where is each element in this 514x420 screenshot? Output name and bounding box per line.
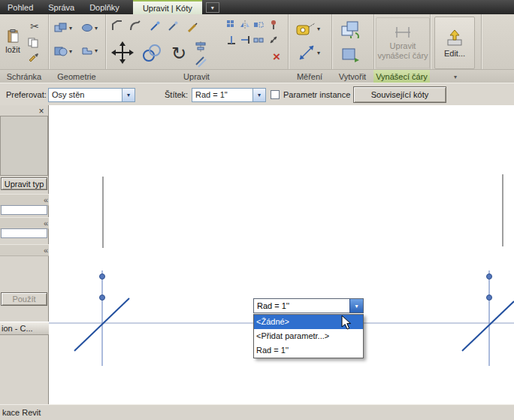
- scale-icon[interactable]: [268, 34, 280, 46]
- edit-label: Edit...: [444, 49, 465, 58]
- tag-label: Štítek:: [165, 90, 188, 99]
- dimension-label-value: Rad = 1'': [254, 299, 349, 313]
- dropdown-caret-icon: ▾: [317, 50, 320, 56]
- status-text: kace Revit: [2, 408, 41, 417]
- dropdown-caret-icon: ▾: [95, 47, 98, 54]
- cut-geometry-button[interactable]: ▾: [51, 18, 75, 38]
- revit-window: Pohled Správa Doplňky Upravit | Kóty ▾ l…: [0, 0, 514, 420]
- property-group-header[interactable]: «: [0, 244, 51, 256]
- tab-sprava[interactable]: Správa: [41, 0, 82, 14]
- apply-button: Použít: [1, 292, 47, 306]
- dropdown-caret-icon[interactable]: ▾: [122, 89, 135, 101]
- cope-geometry-button[interactable]: ▾: [78, 43, 101, 58]
- tab-upravit-koty[interactable]: Upravit | Kóty: [133, 0, 202, 14]
- witness-label-line2: vynášecí čáry: [377, 51, 428, 60]
- witness-label-line1: Upravit: [390, 41, 416, 50]
- tag-dropdown-value: Rad = 1": [192, 89, 252, 101]
- copy-circles-button[interactable]: [140, 41, 164, 65]
- property-value-field[interactable]: [1, 205, 47, 215]
- instance-param-checkbox[interactable]: [271, 90, 280, 99]
- edit-witness-lines-button: Upravit vynášecí čáry: [376, 17, 430, 68]
- dropdown-option-rad-1[interactable]: Rad = 1'': [254, 343, 363, 358]
- pin-icon[interactable]: [268, 19, 280, 31]
- dimension-tick-right[interactable]: [462, 301, 514, 351]
- group-label-upravit[interactable]: Upravit: [105, 69, 288, 83]
- group-label-vynaseci-cary[interactable]: Vynášecí čáry: [373, 69, 430, 83]
- dropdown-caret-icon[interactable]: ▾: [252, 89, 265, 101]
- witness-lines-icon: [395, 26, 411, 41]
- move-button[interactable]: [110, 38, 135, 67]
- drawing-area[interactable]: Rad = 1'' ▾ <Žádné> <Přidat parametr...>…: [49, 105, 514, 404]
- tab-doplnky[interactable]: Doplňky: [82, 0, 127, 14]
- prefer-dropdown[interactable]: Osy stěn ▾: [48, 88, 135, 102]
- wand2-icon[interactable]: [165, 19, 180, 34]
- split-element-icon[interactable]: [252, 34, 265, 46]
- paste-icon: [6, 29, 20, 44]
- paste-label: ložit: [5, 45, 20, 54]
- edit-family-icon: [446, 29, 464, 48]
- group-label-vytvorit[interactable]: Vytvořit: [331, 69, 373, 83]
- mirror-line-icon[interactable]: [252, 19, 265, 31]
- group-label-schranka[interactable]: Schránka: [0, 69, 48, 83]
- drawing-lines: [49, 105, 514, 404]
- join-geometry-button[interactable]: ▾: [51, 41, 75, 61]
- ribbon-state-caret-icon[interactable]: ▾: [206, 2, 219, 13]
- align-icon[interactable]: [194, 40, 207, 53]
- dimension-grip[interactable]: [487, 295, 492, 301]
- cut-scissors-icon[interactable]: ✂: [27, 19, 42, 34]
- delete-button[interactable]: ×: [269, 49, 284, 64]
- property-group-header[interactable]: «: [0, 194, 51, 206]
- collapse-chevron-icon: «: [44, 195, 48, 204]
- chamfer-icon[interactable]: [110, 18, 125, 33]
- options-bar: Preferovat: Osy stěn ▾ Štítek: Rad = 1" …: [0, 83, 514, 106]
- instance-param-label: Parametr instance: [283, 90, 350, 99]
- close-icon[interactable]: ×: [36, 106, 47, 116]
- rotate-button[interactable]: ↻: [167, 41, 191, 65]
- collapse-chevron-icon: «: [44, 219, 48, 228]
- copy-icon[interactable]: [27, 37, 39, 49]
- dimension-grip[interactable]: [100, 274, 105, 279]
- group-label-mereni[interactable]: Měření: [288, 69, 331, 83]
- type-selector-preview[interactable]: [0, 116, 48, 176]
- group-label-empty: [481, 69, 514, 83]
- match-wand-icon[interactable]: [147, 19, 162, 34]
- edit-type-button[interactable]: Upravit typ: [1, 177, 47, 190]
- related-dimensions-button[interactable]: Související kóty: [353, 86, 446, 103]
- panel-expand-caret-icon[interactable]: ▾: [430, 69, 481, 83]
- paste-button[interactable]: ložit: [2, 17, 24, 65]
- status-bar: kace Revit: [0, 404, 514, 420]
- docked-palette-title[interactable]: ion - C...: [0, 322, 50, 335]
- dropdown-caret-icon: ▾: [95, 25, 98, 32]
- extend-icon[interactable]: [239, 34, 251, 46]
- match-brush-icon[interactable]: [27, 50, 39, 62]
- group-label-geometrie[interactable]: Geometrie: [48, 69, 105, 83]
- ribbon: ložit ✂ ▾ ▾ ▾ ▾: [0, 14, 514, 83]
- dimension-label-combo[interactable]: Rad = 1'' ▾: [253, 298, 364, 313]
- dimension-grip[interactable]: [100, 295, 105, 301]
- measure-button[interactable]: ▾: [292, 19, 325, 38]
- create-similar-button[interactable]: [338, 44, 362, 65]
- mouse-cursor-icon: [341, 315, 352, 334]
- mirror-axis-icon[interactable]: [239, 19, 251, 31]
- offset-icon[interactable]: [194, 55, 207, 68]
- dimension-button[interactable]: ▾: [293, 43, 325, 62]
- tag-dropdown[interactable]: Rad = 1" ▾: [192, 88, 266, 102]
- edit-button[interactable]: Edit...: [434, 17, 475, 69]
- property-value-field[interactable]: [1, 228, 47, 238]
- property-group-header[interactable]: «: [0, 217, 51, 229]
- collapse-chevron-icon: «: [44, 246, 48, 255]
- fillet-icon[interactable]: [128, 18, 143, 33]
- dropdown-caret-icon: ▾: [69, 25, 72, 32]
- dropdown-caret-icon[interactable]: ▾: [349, 299, 363, 313]
- tab-pohled[interactable]: Pohled: [0, 0, 41, 14]
- array-icon[interactable]: [225, 19, 237, 31]
- prefer-label: Preferovat:: [6, 90, 47, 99]
- create-group-button[interactable]: [338, 19, 362, 40]
- ribbon-tab-bar: Pohled Správa Doplňky Upravit | Kóty ▾: [0, 0, 514, 14]
- trim-icon[interactable]: [225, 34, 237, 46]
- paint-geometry-button[interactable]: ▾: [78, 20, 101, 35]
- properties-panel: × Upravit typ « « « Použít ion - C...: [0, 105, 49, 404]
- dimension-grip[interactable]: [487, 274, 492, 279]
- prefer-dropdown-value: Osy stěn: [49, 89, 122, 101]
- split-pencil-icon[interactable]: [185, 20, 200, 35]
